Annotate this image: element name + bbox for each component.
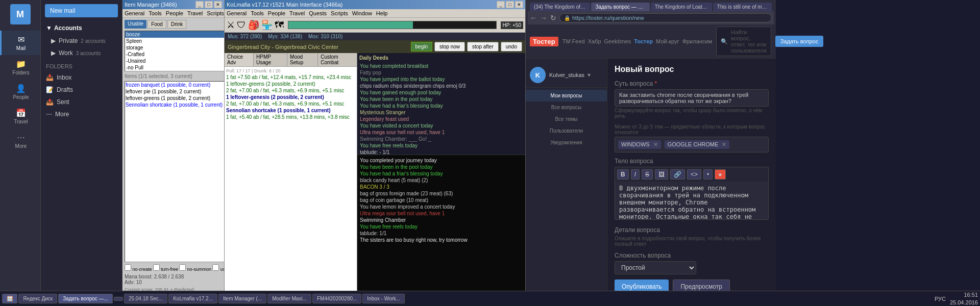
game-menu-scripts[interactable]: Scripts [331,10,348,16]
tags-input-area[interactable]: WINDOWS ✕ GOOGLE CHROME ✕ [615,137,769,152]
sidebar-item-inbox[interactable]: 📥 Inbox [41,71,122,84]
char-icon-3[interactable]: 🎒 [248,19,259,31]
item-list[interactable]: frozen banquet (1 possible, 0 current) l… [125,81,225,262]
skill-item[interactable]: 1 fat, +5.40 ab / fat, +28.5 mins, +13.8… [226,114,356,120]
user-menu-chevron[interactable]: ▾ [587,71,591,79]
nav-item-mail[interactable]: ✉ Mail [0,31,40,55]
sidebar-item-drafts[interactable]: 📝 Drafts [41,84,122,96]
game-menu-quests[interactable]: Quests [309,10,327,16]
nav-item-more[interactable]: ⋯ More [0,129,40,153]
minimize-button[interactable]: _ [195,1,204,8]
filter-nopull[interactable]: -no Pull [125,64,225,71]
tab-custom-combat[interactable]: Custom Combat [318,53,357,66]
list-item[interactable]: Sennolian shortcake (1 possible, 1 curre… [125,101,225,108]
game-menu-tools[interactable]: Tools [251,10,264,16]
nav-tm-feed[interactable]: TM Feed [562,38,585,44]
list-item[interactable]: leftover pie (1 possible, 2 current) [125,88,225,95]
tag-windows[interactable]: WINDOWS ✕ [618,140,661,149]
user-avatar[interactable]: K [530,67,546,83]
char-icon-4[interactable]: 🏪 [261,19,273,31]
menu-scripts[interactable]: Scripts [207,10,224,16]
menu-people[interactable]: People [166,10,183,16]
char-icon-2[interactable]: 🛡 [237,20,246,31]
sidebar-nav-users[interactable]: Пользователи [526,125,607,137]
tag-chrome[interactable]: GOOGLE CHROME ✕ [665,140,730,149]
tab-choice-adv[interactable]: Choice Adv [225,53,254,66]
sidebar-item-private[interactable]: ▶ Private 2 accounts [41,35,122,47]
ask-question-button[interactable]: Задать вопрос [775,36,823,47]
start-button[interactable]: 🪟 [2,294,17,303]
code-button[interactable]: <> [687,169,701,180]
skill-item[interactable]: 2 fat, +7.00 ab / fat, +6.3 mats, +6.9 m… [226,87,356,94]
body-textarea[interactable]: В двухмониторном режиме после сворачиван… [615,182,769,220]
cb-turn-free[interactable]: turn-free [153,264,179,272]
skill-item[interactable]: 1 fat +7.50 ab / fat, +12.4 mats, +15.7 … [226,74,356,81]
sidebar-item-work[interactable]: ▶ Work 3 accounts [41,47,122,59]
browser-tab-0[interactable]: (34) The Kingdom of Loi... [530,3,590,11]
tag-close-icon[interactable]: ✕ [722,141,726,147]
turn-free-checkbox[interactable] [153,264,160,271]
char-icon-1[interactable]: ⚔ [227,19,235,31]
list-item[interactable]: frozen banquet (1 possible, 0 current) [125,82,225,88]
complexity-select[interactable]: Простой Средний Сложный [615,261,696,274]
game-menu-general[interactable]: General [227,10,247,16]
game-menu-travel[interactable]: Travel [289,10,305,16]
skills-list[interactable]: Pull: 17 / 17 | Drunk: 6 / 20 1 fat +7.5… [225,67,357,292]
sidebar-nav-notifications[interactable]: Уведомления [526,137,607,148]
strikethrough-button[interactable]: S [642,169,653,180]
game-menu-help[interactable]: Help [376,10,388,16]
begin-button[interactable]: begin [411,42,432,52]
game-close[interactable]: ✕ [515,1,523,8]
tab-mood[interactable]: Mood Setup [287,53,318,66]
browser-tab-1[interactable]: Задать вопрос — Тост... [591,3,649,11]
filter-crafted[interactable]: -Crafted [125,51,225,58]
maximize-button[interactable]: □ [205,1,213,8]
nav-item-travel[interactable]: 📅 Travel [0,104,40,129]
nav-moi-krug[interactable]: Мой-круг [656,38,679,44]
essence-input[interactable]: Как заставить chrome после сворачивания … [615,89,769,107]
browser-tab-3[interactable]: This is still one of my al... [713,3,772,11]
no-summon-checkbox[interactable] [179,264,186,271]
address-bar[interactable]: 🔒 https://toster.ru/question/new [559,13,772,22]
tag-close-icon[interactable]: ✕ [653,141,658,147]
taskbar-inbox[interactable]: Inbox - Work... [362,294,405,303]
skill-item[interactable]: 2 fat, +7.00 ab / fat, +6.3 mats, +6.9 m… [226,100,356,107]
filter-storage[interactable]: storage [125,44,225,51]
nav-item-people[interactable]: 👤 People [0,80,40,104]
new-mail-button[interactable]: New mail [45,4,118,17]
image-button[interactable]: 🖼 [655,169,668,180]
sidebar-item-more[interactable]: ⋯ More [41,108,122,120]
list-item[interactable]: leftover-greens (1 possible, 2 current) [125,95,225,101]
stop-now-button[interactable]: stop now [434,42,465,52]
sidebar-item-sent[interactable]: 📤 Sent [41,96,122,108]
browser-tab-2[interactable]: The Kingdom of Loathing... [651,3,712,11]
cb-no-summon[interactable]: no-summon [179,264,211,272]
close-button[interactable]: ✕ [214,1,222,8]
tab-hpmp[interactable]: HPMP Usage [254,53,287,66]
taskbar-fm[interactable]: FM4420200280... [312,294,361,303]
taskbar-empty[interactable] [114,297,123,301]
skill-item-current[interactable]: Sennolian shortcake (1 possible, 1 curre… [226,107,356,114]
taskbar-kolmafia[interactable]: KoLmafia v17.2... [168,294,217,303]
back-button[interactable]: ← [530,14,537,22]
tab-food[interactable]: Food [148,20,166,29]
menu-travel[interactable]: Travel [187,10,203,16]
item-filter-list[interactable]: booze Spleen storage -Crafted -Unaired -… [125,31,225,71]
taskbar-toster[interactable]: Задать вопрос —... [58,294,113,303]
tab-usable[interactable]: Usable [125,20,146,29]
site-search-bar[interactable]: 🔍 Найти вопрос, ответ, тег или пользоват… [716,27,771,56]
char-icon-5[interactable]: 🗺 [275,20,284,31]
nav-item-folders[interactable]: 📁 Folders [0,55,40,80]
bullet-button[interactable]: • [703,169,713,180]
menu-general[interactable]: General [125,10,144,16]
link-button[interactable]: 🔗 [670,169,685,180]
skill-item-current[interactable]: 1 leftover-genesis (2 possible, 2 curren… [226,94,356,100]
game-menu-window[interactable]: Window [352,10,372,16]
filter-unaired[interactable]: -Unaired [125,58,225,64]
italic-button[interactable]: I [631,169,640,180]
taskbar-modifier[interactable]: Modifier Maxi... [267,294,311,303]
filter-spleen[interactable]: Spleen [125,38,225,44]
use-full-checkbox[interactable] [212,264,219,271]
game-menu-people[interactable]: People [268,10,285,16]
nav-freelansim[interactable]: Фрилансим [682,38,712,44]
